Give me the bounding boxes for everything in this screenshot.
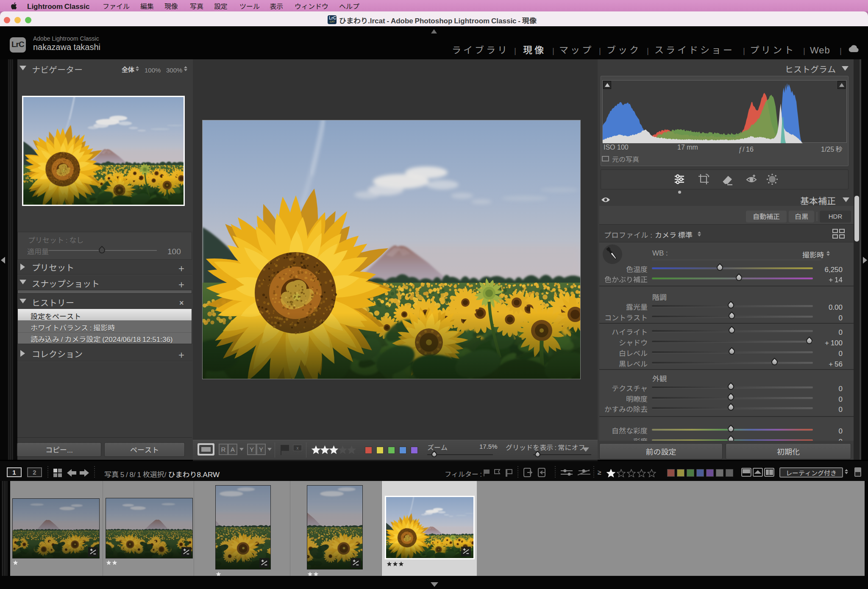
- svg-text:x: x: [297, 445, 299, 451]
